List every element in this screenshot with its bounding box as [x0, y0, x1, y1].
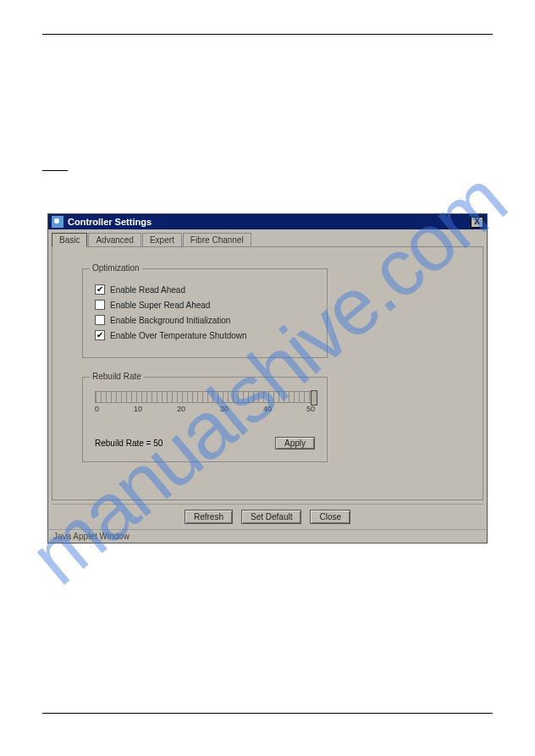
set-default-button[interactable]: Set Default: [241, 510, 301, 524]
checkbox-label: Enable Super Read Ahead: [110, 301, 210, 310]
tab-panel-basic: Optimization ✔ Enable Read Ahead Enable …: [52, 246, 483, 500]
checkbox-read-ahead[interactable]: ✔: [95, 284, 105, 295]
optimization-row: ✔ Enable Read Ahead: [95, 284, 315, 295]
rebuild-rate-value: Rebuild Rate = 50: [95, 439, 163, 448]
checkbox-background-init[interactable]: [95, 315, 105, 325]
optimization-row: Enable Background Initialization: [95, 315, 315, 325]
tick-label: 50: [306, 405, 315, 413]
optimization-legend: Optimization: [90, 263, 142, 273]
window-title: Controller Settings: [68, 217, 152, 227]
checkbox-label: Enable Over Temperature Shutdown: [110, 331, 247, 340]
rebuild-legend: Rebuild Rate: [90, 372, 144, 381]
optimization-group: Optimization ✔ Enable Read Ahead Enable …: [82, 268, 328, 358]
slider-thumb[interactable]: [311, 390, 317, 406]
tick-label: 20: [177, 405, 185, 413]
tick-label: 40: [263, 405, 272, 413]
titlebar: Controller Settings X: [48, 214, 487, 229]
tick-label: 30: [220, 405, 229, 413]
apply-button[interactable]: Apply: [275, 437, 315, 450]
controller-settings-dialog: Controller Settings X Basic Advanced Exp…: [47, 213, 488, 544]
checkbox-over-temp-shutdown[interactable]: ✔: [95, 330, 105, 340]
tick-label: 0: [95, 405, 99, 413]
checkbox-label: Enable Read Ahead: [110, 285, 185, 295]
close-icon[interactable]: X: [471, 217, 483, 228]
tick-label: 10: [134, 405, 142, 413]
optimization-row: ✔ Enable Over Temperature Shutdown: [95, 330, 315, 340]
rebuild-rate-row: Rebuild Rate = 50 Apply: [95, 437, 315, 450]
rebuild-rate-group: Rebuild Rate 0 10 20 30 40 50 Re: [82, 377, 328, 462]
checkbox-label: Enable Background Initialization: [110, 316, 230, 325]
slider-track[interactable]: [95, 391, 315, 403]
short-rule: [42, 170, 68, 171]
app-icon: [52, 216, 63, 228]
dialog-button-bar: Refresh Set Default Close: [52, 504, 483, 529]
status-bar: Java Applet Window: [48, 529, 487, 543]
close-button[interactable]: Close: [310, 510, 350, 524]
checkbox-super-read-ahead[interactable]: [95, 300, 105, 310]
optimization-row: Enable Super Read Ahead: [95, 300, 315, 310]
tab-expert[interactable]: Expert: [142, 233, 182, 246]
slider-ticks: 0 10 20 30 40 50: [95, 405, 315, 413]
tab-advanced[interactable]: Advanced: [88, 233, 141, 246]
tab-fibre-channel[interactable]: Fibre Channel: [183, 233, 251, 246]
top-rule: [42, 34, 493, 35]
tabstrip: Basic Advanced Expert Fibre Channel: [48, 229, 487, 246]
refresh-button[interactable]: Refresh: [185, 510, 233, 524]
rebuild-slider[interactable]: 0 10 20 30 40 50: [95, 388, 315, 430]
bottom-rule: [42, 713, 493, 714]
tab-basic[interactable]: Basic: [52, 233, 87, 247]
page-container: Controller Settings X Basic Advanced Exp…: [0, 0, 535, 748]
